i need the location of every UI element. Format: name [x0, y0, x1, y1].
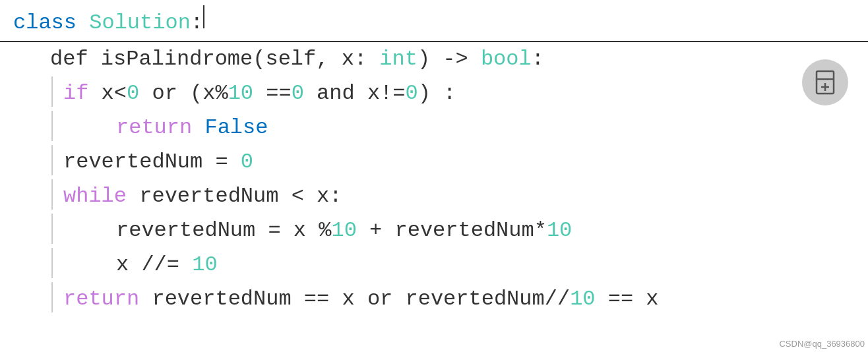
indent-bar-3 [51, 145, 53, 175]
number-ten-3: 10 [547, 214, 572, 247]
code-line-return-false: return False [0, 111, 868, 145]
number-ten-1: 10 [228, 76, 253, 110]
code-line-class: class Solution : [0, 5, 868, 42]
number-ten-5: 10 [570, 282, 595, 316]
number-zero-2: 0 [292, 76, 304, 110]
type-int: int [379, 42, 418, 76]
number-zero-1: 0 [127, 76, 139, 110]
number-ten-2: 10 [331, 214, 356, 247]
indent-bar-5 [51, 214, 53, 244]
keyword-return-1: return [116, 111, 192, 144]
code-line-x-update: x //= 10 [0, 248, 868, 282]
keyword-while: while [63, 179, 127, 213]
keyword-def: def [50, 42, 88, 76]
watermark: CSDN@qq_36936800 [779, 339, 865, 349]
code-line-def: def isPalindrome( self, x: int ) -> bool… [0, 42, 868, 76]
indent-bar-1 [51, 76, 53, 107]
text-cursor [203, 5, 204, 28]
indent-bar-6 [51, 248, 53, 278]
code-line-reverted-calc: revertedNum = x % 10 + revertedNum* 10 [0, 214, 868, 248]
value-false: False [204, 111, 268, 144]
indent-bar-2 [51, 111, 53, 141]
code-line-reverted-init: revertedNum = 0 [0, 145, 868, 179]
keyword-if: if [63, 76, 88, 110]
indent-bar-7 [51, 282, 53, 312]
class-name: Solution [89, 6, 191, 40]
bookmark-icon [814, 70, 836, 95]
code-line-while: while revertedNum < x: [0, 179, 868, 214]
keyword-return-2: return [63, 282, 139, 316]
code-line-if: if x< 0 or (x% 10 == 0 and x!= 0 ) : [0, 76, 868, 111]
code-editor: class Solution : def isPalindrome( self,… [0, 0, 868, 352]
number-ten-4: 10 [192, 248, 217, 281]
keyword-class: class [13, 6, 77, 40]
bookmark-button[interactable] [802, 59, 848, 105]
number-zero-4: 0 [241, 145, 253, 179]
code-line-return-final: return revertedNum == x or revertedNum//… [0, 282, 868, 316]
type-bool: bool [481, 42, 532, 76]
indent-bar-4 [51, 179, 53, 210]
number-zero-3: 0 [405, 76, 418, 110]
